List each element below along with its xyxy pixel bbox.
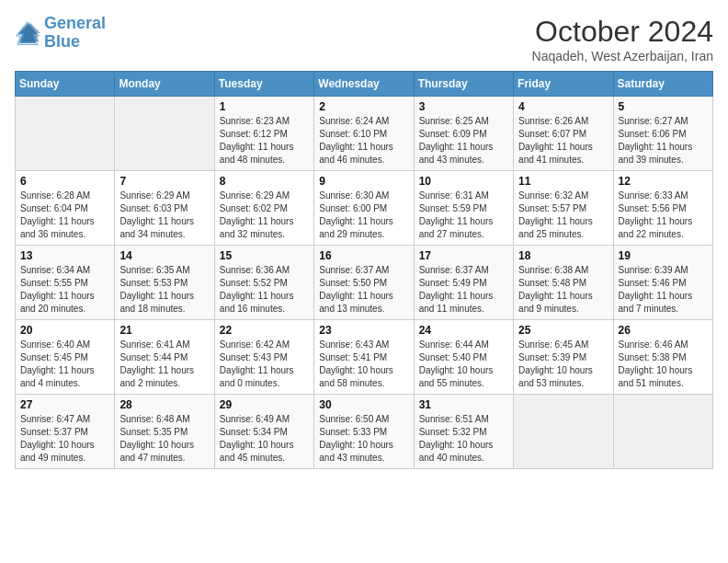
- day-number: 11: [518, 175, 608, 188]
- calendar-cell: 8Sunrise: 6:29 AM Sunset: 6:02 PM Daylig…: [214, 171, 313, 246]
- day-info: Sunrise: 6:42 AM Sunset: 5:43 PM Dayligh…: [220, 339, 309, 390]
- calendar-cell: 11Sunrise: 6:32 AM Sunset: 5:57 PM Dayli…: [514, 171, 613, 246]
- day-info: Sunrise: 6:37 AM Sunset: 5:49 PM Dayligh…: [419, 264, 508, 316]
- calendar-cell: [16, 97, 115, 171]
- day-number: 29: [220, 398, 309, 411]
- calendar-cell: 15Sunrise: 6:36 AM Sunset: 5:52 PM Dayli…: [214, 246, 313, 320]
- calendar-cell: 26Sunrise: 6:46 AM Sunset: 5:38 PM Dayli…: [613, 320, 712, 395]
- day-header-thursday: Thursday: [414, 72, 513, 97]
- calendar-cell: 22Sunrise: 6:42 AM Sunset: 5:43 PM Dayli…: [214, 320, 313, 395]
- day-info: Sunrise: 6:29 AM Sunset: 6:02 PM Dayligh…: [220, 190, 309, 241]
- calendar-cell: 9Sunrise: 6:30 AM Sunset: 6:00 PM Daylig…: [314, 171, 414, 246]
- calendar-cell: 2Sunrise: 6:24 AM Sunset: 6:10 PM Daylig…: [314, 97, 414, 171]
- day-info: Sunrise: 6:38 AM Sunset: 5:48 PM Dayligh…: [518, 264, 608, 316]
- day-info: Sunrise: 6:47 AM Sunset: 5:37 PM Dayligh…: [20, 413, 109, 465]
- day-info: Sunrise: 6:43 AM Sunset: 5:41 PM Dayligh…: [319, 339, 408, 390]
- day-info: Sunrise: 6:44 AM Sunset: 5:40 PM Dayligh…: [419, 339, 508, 390]
- day-info: Sunrise: 6:33 AM Sunset: 5:56 PM Dayligh…: [619, 190, 708, 241]
- calendar-cell: 25Sunrise: 6:45 AM Sunset: 5:39 PM Dayli…: [514, 320, 613, 395]
- day-info: Sunrise: 6:30 AM Sunset: 6:00 PM Dayligh…: [319, 190, 408, 241]
- calendar-cell: 24Sunrise: 6:44 AM Sunset: 5:40 PM Dayli…: [414, 320, 513, 395]
- day-number: 28: [119, 398, 209, 411]
- calendar-cell: 17Sunrise: 6:37 AM Sunset: 5:49 PM Dayli…: [414, 246, 513, 320]
- day-number: 7: [119, 175, 209, 188]
- day-number: 19: [619, 249, 708, 262]
- day-number: 23: [319, 324, 408, 337]
- day-number: 12: [619, 175, 708, 188]
- day-number: 25: [518, 324, 608, 337]
- calendar-cell: 14Sunrise: 6:35 AM Sunset: 5:53 PM Dayli…: [115, 246, 214, 320]
- calendar-table: SundayMondayTuesdayWednesdayThursdayFrid…: [15, 71, 713, 469]
- calendar-cell: 30Sunrise: 6:50 AM Sunset: 5:33 PM Dayli…: [314, 395, 414, 469]
- calendar-week-2: 6Sunrise: 6:28 AM Sunset: 6:04 PM Daylig…: [16, 171, 713, 246]
- day-info: Sunrise: 6:34 AM Sunset: 5:55 PM Dayligh…: [20, 264, 109, 316]
- location: Naqadeh, West Azerbaijan, Iran: [532, 49, 713, 63]
- calendar-cell: [115, 97, 214, 171]
- calendar-body: 1Sunrise: 6:23 AM Sunset: 6:12 PM Daylig…: [16, 97, 713, 469]
- day-header-sunday: Sunday: [16, 72, 115, 97]
- day-info: Sunrise: 6:40 AM Sunset: 5:45 PM Dayligh…: [20, 339, 109, 390]
- calendar-cell: 12Sunrise: 6:33 AM Sunset: 5:56 PM Dayli…: [613, 171, 712, 246]
- day-number: 21: [119, 324, 209, 337]
- day-info: Sunrise: 6:28 AM Sunset: 6:04 PM Dayligh…: [20, 190, 109, 241]
- day-info: Sunrise: 6:50 AM Sunset: 5:33 PM Dayligh…: [319, 413, 408, 465]
- day-number: 16: [319, 249, 408, 262]
- day-info: Sunrise: 6:41 AM Sunset: 5:44 PM Dayligh…: [119, 339, 209, 390]
- day-info: Sunrise: 6:31 AM Sunset: 5:59 PM Dayligh…: [419, 190, 508, 241]
- day-number: 30: [319, 398, 408, 411]
- day-info: Sunrise: 6:48 AM Sunset: 5:35 PM Dayligh…: [119, 413, 209, 465]
- day-number: 26: [619, 324, 708, 337]
- day-number: 24: [419, 324, 508, 337]
- day-header-saturday: Saturday: [613, 72, 712, 97]
- day-info: Sunrise: 6:46 AM Sunset: 5:38 PM Dayligh…: [619, 339, 708, 390]
- calendar-cell: 3Sunrise: 6:25 AM Sunset: 6:09 PM Daylig…: [414, 97, 513, 171]
- calendar-cell: 31Sunrise: 6:51 AM Sunset: 5:32 PM Dayli…: [414, 395, 513, 469]
- day-number: 14: [119, 249, 209, 262]
- day-header-friday: Friday: [514, 72, 613, 97]
- day-info: Sunrise: 6:35 AM Sunset: 5:53 PM Dayligh…: [119, 264, 209, 316]
- day-number: 3: [419, 100, 508, 113]
- month-title: October 2024: [532, 15, 713, 49]
- calendar-cell: 5Sunrise: 6:27 AM Sunset: 6:06 PM Daylig…: [613, 97, 712, 171]
- day-number: 13: [20, 249, 109, 262]
- day-info: Sunrise: 6:24 AM Sunset: 6:10 PM Dayligh…: [319, 115, 408, 167]
- calendar-cell: 7Sunrise: 6:29 AM Sunset: 6:03 PM Daylig…: [115, 171, 214, 246]
- calendar-cell: 28Sunrise: 6:48 AM Sunset: 5:35 PM Dayli…: [115, 395, 214, 469]
- day-number: 8: [220, 175, 309, 188]
- calendar-cell: 23Sunrise: 6:43 AM Sunset: 5:41 PM Dayli…: [314, 320, 414, 395]
- svg-marker-2: [20, 23, 40, 41]
- calendar-cell: 16Sunrise: 6:37 AM Sunset: 5:50 PM Dayli…: [314, 246, 414, 320]
- day-info: Sunrise: 6:45 AM Sunset: 5:39 PM Dayligh…: [518, 339, 608, 390]
- calendar-cell: 27Sunrise: 6:47 AM Sunset: 5:37 PM Dayli…: [16, 395, 115, 469]
- day-number: 5: [619, 100, 708, 113]
- day-info: Sunrise: 6:36 AM Sunset: 5:52 PM Dayligh…: [220, 264, 309, 316]
- calendar-cell: 10Sunrise: 6:31 AM Sunset: 5:59 PM Dayli…: [414, 171, 513, 246]
- day-info: Sunrise: 6:25 AM Sunset: 6:09 PM Dayligh…: [419, 115, 508, 167]
- day-number: 27: [20, 398, 109, 411]
- day-info: Sunrise: 6:29 AM Sunset: 6:03 PM Dayligh…: [119, 190, 209, 241]
- day-header-wednesday: Wednesday: [314, 72, 414, 97]
- calendar-cell: [613, 395, 712, 469]
- day-info: Sunrise: 6:26 AM Sunset: 6:07 PM Dayligh…: [518, 115, 608, 167]
- day-header-tuesday: Tuesday: [214, 72, 313, 97]
- page-header: General Blue October 2024 Naqadeh, West …: [15, 15, 713, 63]
- day-info: Sunrise: 6:32 AM Sunset: 5:57 PM Dayligh…: [518, 190, 608, 241]
- calendar-cell: 19Sunrise: 6:39 AM Sunset: 5:46 PM Dayli…: [613, 246, 712, 320]
- day-info: Sunrise: 6:37 AM Sunset: 5:50 PM Dayligh…: [319, 264, 408, 316]
- calendar-cell: [514, 395, 613, 469]
- day-number: 9: [319, 175, 408, 188]
- day-info: Sunrise: 6:51 AM Sunset: 5:32 PM Dayligh…: [419, 413, 508, 465]
- logo-text: General Blue: [44, 15, 106, 52]
- day-info: Sunrise: 6:27 AM Sunset: 6:06 PM Dayligh…: [619, 115, 708, 167]
- title-block: October 2024 Naqadeh, West Azerbaijan, I…: [532, 15, 713, 63]
- calendar-week-1: 1Sunrise: 6:23 AM Sunset: 6:12 PM Daylig…: [16, 97, 713, 171]
- calendar-week-5: 27Sunrise: 6:47 AM Sunset: 5:37 PM Dayli…: [16, 395, 713, 469]
- calendar-cell: 29Sunrise: 6:49 AM Sunset: 5:34 PM Dayli…: [214, 395, 313, 469]
- day-number: 1: [220, 100, 309, 113]
- calendar-cell: 1Sunrise: 6:23 AM Sunset: 6:12 PM Daylig…: [214, 97, 313, 171]
- day-number: 31: [419, 398, 508, 411]
- calendar-cell: 6Sunrise: 6:28 AM Sunset: 6:04 PM Daylig…: [16, 171, 115, 246]
- day-number: 15: [220, 249, 309, 262]
- calendar-week-4: 20Sunrise: 6:40 AM Sunset: 5:45 PM Dayli…: [16, 320, 713, 395]
- day-number: 6: [20, 175, 109, 188]
